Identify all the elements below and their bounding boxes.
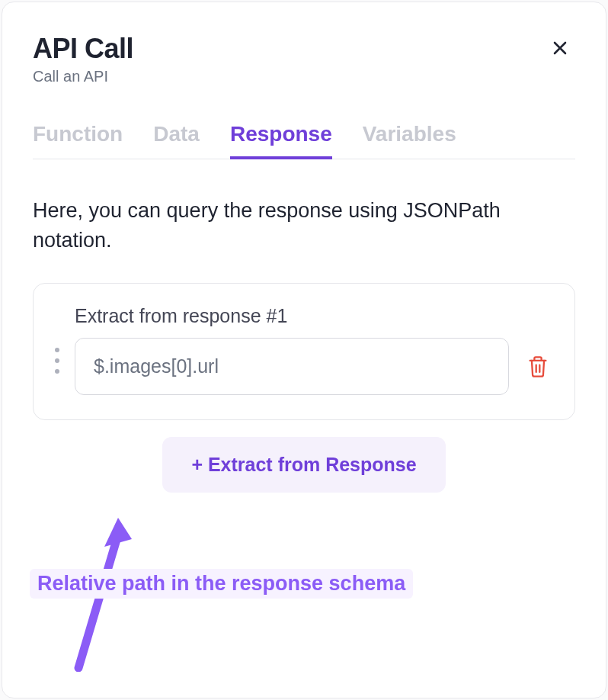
add-extract-button[interactable]: + Extract from Response — [162, 437, 445, 493]
annotation-label: Relative path in the response schema — [30, 569, 413, 599]
annotation: Relative path in the response schema — [30, 569, 413, 599]
jsonpath-input[interactable] — [75, 338, 509, 395]
panel-subtitle: Call an API — [33, 68, 133, 85]
extract-card: Extract from response #1 — [33, 283, 575, 420]
trash-icon — [527, 355, 549, 378]
extract-body: Extract from response #1 — [75, 305, 553, 395]
extract-label: Extract from response #1 — [75, 305, 553, 327]
tab-variables[interactable]: Variables — [363, 122, 456, 159]
api-call-panel: API Call Call an API Function Data Respo… — [2, 2, 606, 698]
extract-input-row — [75, 338, 553, 395]
drag-handle-icon[interactable] — [55, 343, 59, 378]
svg-marker-5 — [104, 518, 132, 547]
response-description: Here, you can query the response using J… — [33, 196, 575, 255]
response-content: Here, you can query the response using J… — [33, 196, 575, 493]
close-button[interactable] — [545, 33, 575, 63]
add-button-row: + Extract from Response — [33, 437, 575, 493]
tab-response[interactable]: Response — [230, 122, 332, 159]
panel-title: API Call — [33, 33, 133, 65]
tab-data[interactable]: Data — [153, 122, 200, 159]
title-block: API Call Call an API — [33, 33, 133, 85]
panel-header: API Call Call an API — [33, 33, 575, 85]
annotation-arrow-icon — [71, 512, 162, 672]
delete-extract-button[interactable] — [523, 351, 553, 383]
tab-bar: Function Data Response Variables — [33, 122, 575, 159]
tab-function[interactable]: Function — [33, 122, 123, 159]
close-icon — [551, 39, 569, 57]
